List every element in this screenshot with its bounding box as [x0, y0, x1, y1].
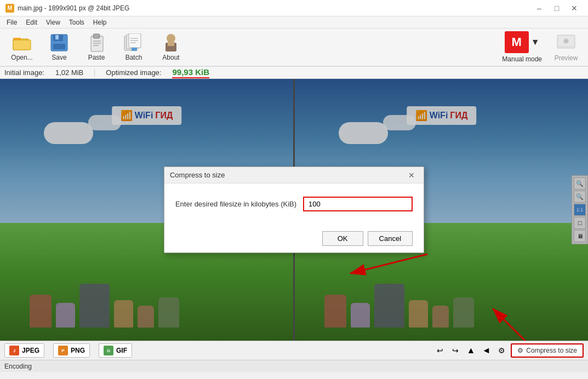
svg-rect-19 [133, 48, 136, 50]
dialog-overlay: Compress to size ✕ Enter desired filesiz… [0, 79, 588, 341]
svg-rect-2 [13, 40, 31, 50]
menu-file[interactable]: File [2, 18, 21, 27]
save-button[interactable]: Save [42, 30, 77, 64]
menu-help[interactable]: Help [89, 18, 111, 27]
open-label: Open... [11, 54, 32, 61]
preview-button[interactable]: Preview [549, 30, 584, 64]
paste-label: Paste [88, 54, 105, 61]
compress-icon: ⚙ [517, 347, 523, 354]
status-bar: Initial image: 1,02 MiB Optimized image:… [0, 67, 588, 79]
manual-mode-label: Manual mode [502, 55, 542, 63]
settings-icon[interactable]: ⚙ [495, 344, 507, 357]
preview-label: Preview [555, 54, 578, 62]
svg-point-26 [564, 39, 568, 43]
svg-rect-22 [168, 42, 174, 46]
dialog-prompt-label: Enter desired filesize in kilobytes (KiB… [175, 200, 296, 208]
download-button[interactable]: ◄ [480, 344, 492, 357]
filesize-input[interactable] [303, 197, 413, 211]
save-label: Save [52, 54, 66, 61]
minimize-button[interactable]: – [531, 3, 547, 14]
png-icon: P [58, 346, 68, 355]
svg-rect-11 [93, 45, 99, 46]
compress-dialog: Compress to size ✕ Enter desired filesiz… [164, 166, 424, 253]
save-icon [49, 33, 69, 53]
initial-image-value: 1,02 MiB [55, 68, 83, 77]
app-icon: M [5, 4, 14, 13]
jpeg-button[interactable]: J JPEG [4, 343, 44, 358]
menu-bar: File Edit View Tools Help [0, 16, 588, 28]
menu-view[interactable]: View [42, 18, 65, 27]
about-button[interactable]: About [153, 30, 189, 64]
preview-icon [556, 32, 576, 52]
svg-rect-9 [93, 41, 101, 42]
svg-rect-15 [130, 38, 138, 39]
dialog-ok-button[interactable]: OK [322, 231, 363, 246]
dialog-body: Enter desired filesize in kilobytes (KiB… [164, 183, 424, 225]
encoding-bar: Encoding [0, 360, 588, 372]
open-button[interactable]: Open... [4, 30, 39, 64]
window-controls: – □ ✕ [531, 3, 583, 14]
svg-rect-16 [130, 40, 138, 41]
app-title: main.jpg - 1899x901 px @ 24bit JPEG [18, 4, 129, 12]
optimized-image-label: Optimized image: [106, 68, 161, 77]
maximize-button[interactable]: □ [549, 3, 565, 14]
gif-button[interactable]: G GIF [99, 343, 132, 358]
undo-button[interactable]: ↩ [434, 344, 446, 357]
title-bar-left: M main.jpg - 1899x901 px @ 24bit JPEG [5, 4, 129, 13]
close-button[interactable]: ✕ [566, 3, 583, 14]
status-divider [94, 69, 95, 77]
png-button[interactable]: P PNG [53, 343, 90, 358]
about-icon [161, 33, 181, 53]
compress-label: Compress to size [526, 347, 577, 354]
redo-button[interactable]: ↪ [449, 344, 461, 357]
manual-mode-dropdown[interactable]: ▼ [531, 37, 540, 47]
png-label: PNG [71, 347, 85, 354]
svg-rect-8 [93, 34, 100, 38]
batch-label: Batch [125, 54, 142, 61]
dialog-title: Compress to size [170, 171, 225, 179]
bottom-toolbar: J JPEG P PNG G GIF ↩ ↪ ▲ ◄ ⚙ ⚙ Compress … [0, 341, 588, 360]
upload-button[interactable]: ▲ [465, 344, 477, 357]
dialog-cancel-button[interactable]: Cancel [368, 231, 413, 246]
jpeg-label: JPEG [22, 347, 39, 354]
svg-point-20 [167, 34, 175, 43]
menu-tools[interactable]: Tools [65, 18, 89, 27]
title-bar: M main.jpg - 1899x901 px @ 24bit JPEG – … [0, 0, 588, 16]
gif-label: GIF [116, 347, 127, 354]
svg-rect-17 [130, 42, 136, 43]
batch-button[interactable]: Batch [116, 30, 151, 64]
open-icon [12, 33, 32, 53]
toolbar: Open... Save Paste [0, 28, 588, 67]
dialog-footer: OK Cancel [164, 225, 424, 252]
dialog-close-button[interactable]: ✕ [405, 170, 418, 181]
svg-line-28 [351, 254, 427, 273]
encoding-label: Encoding [4, 363, 32, 370]
gif-icon: G [104, 346, 113, 355]
svg-line-29 [493, 309, 537, 341]
jpeg-icon: J [9, 346, 19, 355]
bottom-right-actions: ↩ ↪ ▲ ◄ ⚙ ⚙ Compress to size [434, 343, 584, 358]
about-label: About [162, 54, 179, 61]
dialog-titlebar: Compress to size ✕ [164, 167, 424, 183]
compress-to-size-button[interactable]: ⚙ Compress to size [511, 343, 584, 358]
svg-rect-6 [53, 44, 65, 49]
svg-rect-5 [55, 35, 59, 39]
paste-button[interactable]: Paste [79, 30, 114, 64]
manual-mode-badge: M [505, 31, 529, 53]
menu-edit[interactable]: Edit [21, 18, 42, 27]
paste-icon [87, 33, 106, 53]
manual-mode-section: M ▼ Manual mode [502, 31, 542, 63]
initial-image-label: Initial image: [4, 68, 44, 77]
svg-rect-10 [93, 43, 101, 44]
manual-mode-top: M ▼ [505, 31, 540, 53]
batch-icon [124, 33, 144, 53]
optimized-image-value: 99,93 KiB [172, 67, 209, 78]
